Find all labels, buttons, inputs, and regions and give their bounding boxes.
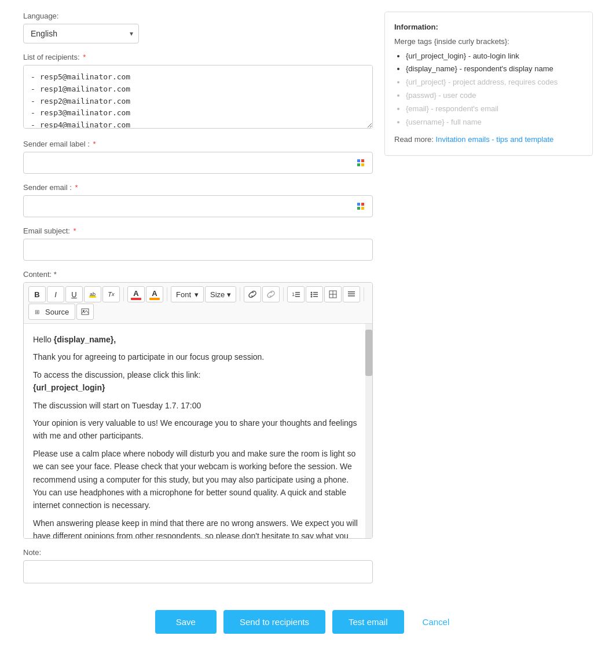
svg-rect-18 — [313, 294, 318, 295]
svg-rect-17 — [313, 292, 318, 293]
font-color-bar — [131, 298, 141, 300]
recipients-label: List of recipients: * — [23, 53, 373, 61]
font-label: Font — [176, 290, 191, 299]
email-subject-input[interactable]: Invitation — [23, 239, 373, 261]
bold-button[interactable]: B — [28, 286, 46, 302]
language-label: Language: — [23, 12, 373, 20]
footer-buttons: Save Send to recipients Test email Cance… — [23, 610, 593, 634]
editor-line-1: Hello {display_name}, — [33, 333, 363, 346]
editor-line-3: To access the discussion, please click t… — [33, 368, 363, 395]
language-select[interactable]: English — [23, 24, 139, 43]
svg-rect-5 — [361, 203, 364, 206]
underline-button[interactable]: U — [65, 286, 83, 302]
svg-rect-6 — [357, 207, 360, 210]
size-chevron-icon: ▾ — [227, 290, 231, 299]
recipients-textarea[interactable]: - resp5@mailinator.com - resp1@mailinato… — [23, 65, 373, 129]
svg-text:⊞: ⊞ — [35, 309, 39, 315]
note-input[interactable] — [23, 560, 373, 583]
read-more-link[interactable]: Invitation emails - tips and template — [436, 135, 554, 144]
highlight-color-button[interactable]: A — [146, 286, 163, 302]
size-dropdown[interactable]: Size ▾ — [205, 286, 236, 302]
svg-rect-12 — [295, 294, 300, 295]
svg-point-14 — [311, 292, 313, 294]
scrollbar-track[interactable] — [365, 324, 372, 538]
test-email-button[interactable]: Test email — [332, 610, 404, 634]
required-marker: * — [81, 53, 86, 61]
editor-line-7: When answering please keep in mind that … — [33, 517, 363, 538]
svg-rect-11 — [295, 292, 300, 293]
font-color-a: A — [133, 289, 138, 298]
info-subtitle: Merge tags {inside curly brackets}: — [394, 36, 583, 48]
editor-line-6: Please use a calm place where nobody wil… — [33, 447, 363, 512]
content-label: Content: * — [23, 270, 373, 279]
tag-item-6: {username} - full name — [406, 116, 583, 129]
link-button[interactable] — [244, 286, 261, 302]
svg-rect-25 — [348, 295, 355, 297]
svg-rect-13 — [295, 296, 300, 297]
italic-button[interactable]: I — [47, 286, 64, 302]
send-to-recipients-button[interactable]: Send to recipients — [223, 610, 325, 634]
tag-item-5: {email} - respondent's email — [406, 103, 583, 115]
font-dropdown[interactable]: Font ▾ — [171, 286, 204, 302]
editor-content[interactable]: Hello {display_name}, Thank you for agre… — [24, 324, 372, 538]
tag-item-2: {display_name} - respondent's display na… — [406, 63, 583, 75]
clear-format-button[interactable]: Tx — [102, 286, 120, 302]
svg-rect-19 — [313, 296, 318, 297]
colorful-diamond-icon[interactable] — [354, 156, 367, 169]
tag-item-1: {url_project_login} - auto-login link — [406, 50, 583, 63]
svg-rect-3 — [361, 163, 364, 166]
table-button[interactable] — [324, 286, 342, 302]
separator-5 — [364, 287, 364, 301]
editor-line-5: Your opinion is very valuable to us! We … — [33, 417, 363, 443]
svg-text:ab: ab — [90, 291, 96, 297]
sender-label-label: Sender email label : * — [23, 140, 373, 148]
svg-point-15 — [311, 294, 313, 295]
editor-line-4: The discussion will start on Tuesday 1.7… — [33, 399, 363, 412]
save-button[interactable]: Save — [155, 610, 217, 634]
svg-point-16 — [311, 296, 313, 298]
merge-tags-list: {url_project_login} - auto-login link {d… — [394, 50, 583, 129]
sender-email-input[interactable]: mike@researchcompany.com — [23, 195, 373, 217]
info-title: Information: — [394, 21, 583, 34]
font-chevron-icon: ▾ — [195, 290, 199, 299]
tag-item-3: {url_project} - project address, require… — [406, 76, 583, 89]
ordered-list-button[interactable]: 1. — [287, 286, 305, 302]
content-editor: B I U ab Tx A A — [23, 282, 373, 539]
align-button[interactable] — [343, 286, 360, 302]
highlight-button[interactable]: ab — [84, 286, 101, 302]
image-button[interactable] — [76, 304, 94, 320]
source-label: Source — [45, 308, 69, 316]
scrollbar-thumb[interactable] — [365, 330, 372, 376]
svg-rect-24 — [348, 294, 355, 295]
separator-1 — [123, 287, 124, 301]
svg-rect-1 — [361, 159, 364, 162]
svg-rect-4 — [357, 203, 360, 206]
svg-rect-2 — [357, 163, 360, 166]
svg-rect-23 — [348, 291, 355, 293]
editor-content-area: Hello {display_name}, Thank you for agre… — [24, 324, 372, 538]
editor-toolbar: B I U ab Tx A A — [24, 283, 372, 324]
read-more: Read more: Invitation emails - tips and … — [394, 134, 583, 146]
sender-label-input[interactable]: Mike from Research Company — [23, 152, 373, 174]
separator-3 — [240, 287, 240, 301]
unordered-list-button[interactable] — [306, 286, 323, 302]
colorful-diamond-icon-2[interactable] — [354, 200, 367, 213]
info-box: Information: Merge tags {inside curly br… — [384, 12, 593, 156]
separator-4 — [283, 287, 284, 301]
svg-point-28 — [83, 310, 85, 312]
highlight-color-a: A — [152, 289, 157, 298]
note-label: Note: — [23, 548, 373, 557]
cancel-button[interactable]: Cancel — [411, 610, 461, 634]
source-button[interactable]: ⊞ Source — [28, 304, 75, 320]
separator-2 — [167, 287, 167, 301]
email-subject-label: Email subject: * — [23, 227, 373, 235]
editor-line-2: Thank you for agreeing to participate in… — [33, 350, 363, 363]
info-panel: Information: Merge tags {inside curly br… — [384, 12, 593, 156]
tag-item-4: {passwd} - user code — [406, 90, 583, 102]
font-color-button[interactable]: A — [127, 286, 145, 302]
unlink-button[interactable] — [262, 286, 280, 302]
size-label: Size — [210, 290, 225, 299]
svg-rect-7 — [361, 207, 364, 210]
sender-email-label: Sender email : * — [23, 183, 373, 192]
svg-rect-0 — [357, 159, 360, 162]
